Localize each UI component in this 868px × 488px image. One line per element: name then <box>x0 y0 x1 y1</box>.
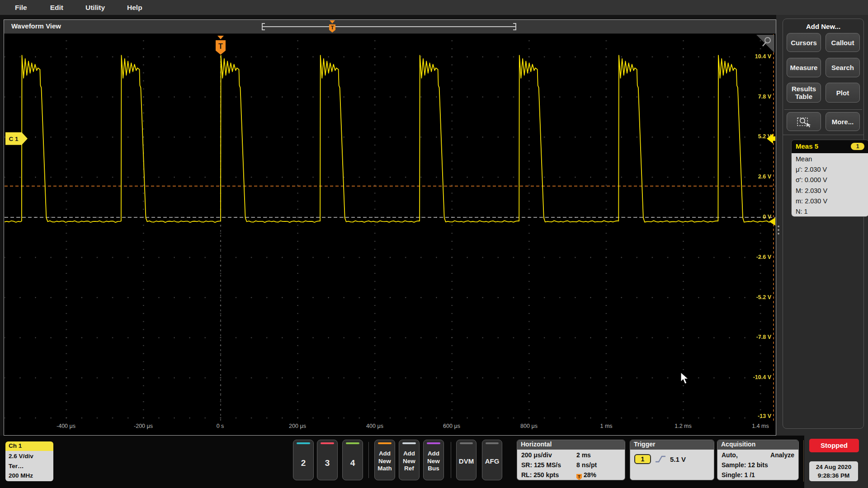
results-sidebar: Add New... Cursors Callout Measure Searc… <box>776 15 868 488</box>
y-tick-label: 0 V <box>763 214 771 220</box>
channel-1-badge[interactable]: Ch 1 2.6 V/div Ter… 200 MHz <box>5 441 53 481</box>
horizontal-window: 2 ms <box>576 450 621 460</box>
channel-3-button[interactable]: 3 <box>317 440 338 480</box>
measurement-title: Meas 5 <box>796 142 818 150</box>
channel-bandwidth: 200 MHz <box>9 471 50 481</box>
measurement-mean: μ': 2.030 V <box>796 164 864 175</box>
results-table-button[interactable]: Results Table <box>787 83 821 103</box>
x-tick-label: 1.4 ms <box>752 423 769 429</box>
record-trigger-position-marker[interactable]: T <box>329 20 336 34</box>
acquisition-mode: Auto, <box>722 450 738 460</box>
acquisition-panel-title: Acquisition <box>717 440 798 450</box>
graticule[interactable]: TC 1 <box>5 34 775 422</box>
date-label: 24 Aug 2020 <box>809 463 858 471</box>
more-button[interactable]: More... <box>826 112 860 131</box>
channel-1-badge-header[interactable]: Ch 1 <box>5 441 53 451</box>
record-view-left-bracket[interactable] <box>262 23 265 30</box>
record-view-bar[interactable]: T <box>262 20 516 34</box>
add-new-math-label: Add New Math <box>375 450 395 473</box>
dvm-color-stripe <box>460 442 473 444</box>
y-tick-label: 2.6 V <box>758 174 771 180</box>
callout-button[interactable]: Callout <box>826 33 860 52</box>
acquisition-sample: Sample: 12 bits <box>722 460 768 470</box>
measurement-badge-meas5[interactable]: Meas 5 1 Mean μ': 2.030 V σ': 0.000 V M:… <box>791 140 868 217</box>
divider <box>783 135 863 135</box>
measurement-badge-header[interactable]: Meas 5 1 <box>792 140 868 153</box>
zoom-select-button[interactable] <box>787 112 821 131</box>
waveform-view-title: Waveform View <box>11 22 61 30</box>
divider <box>451 442 451 478</box>
x-tick-label: 0 s <box>217 423 224 429</box>
add-new-bus-button[interactable]: Add New Bus <box>423 440 444 480</box>
y-tick-label: 7.8 V <box>758 94 771 100</box>
acquisition-panel[interactable]: Acquisition Auto,Analyze Sample: 12 bits… <box>717 440 799 480</box>
waveform-canvas[interactable]: TC 1 <box>5 34 775 422</box>
y-tick-label: -5.2 V <box>756 294 771 300</box>
x-tick-label: 1.2 ms <box>675 423 692 429</box>
horizontal-scale: 200 μs/div <box>521 450 576 460</box>
sample-resolution: 8 ns/pt <box>576 460 621 470</box>
x-tick-label: -200 μs <box>134 423 153 429</box>
results-bar-container: Add New... Cursors Callout Measure Searc… <box>783 19 864 429</box>
menu-utility[interactable]: Utility <box>85 4 105 12</box>
trigger-panel-title: Trigger <box>630 440 714 450</box>
datetime-badge: 24 Aug 2020 9:28:36 PM <box>809 461 858 481</box>
channel-2-button[interactable]: 2 <box>293 440 314 480</box>
math-color-stripe <box>378 442 392 444</box>
sample-rate: SR: 125 MS/s <box>521 460 576 470</box>
ref-color-stripe <box>402 442 416 444</box>
zoom-select-icon <box>796 115 811 128</box>
horizontal-panel[interactable]: Horizontal 200 μs/div2 ms SR: 125 MS/s8 … <box>517 440 625 480</box>
horizontal-panel-body: 200 μs/div2 ms SR: 125 MS/s8 ns/pt RL: 2… <box>517 450 625 480</box>
cursors-button[interactable]: Cursors <box>787 33 821 52</box>
measurement-badge-body: Mean μ': 2.030 V σ': 0.000 V M: 2.030 V … <box>792 153 868 217</box>
channel-2-color-stripe <box>297 442 310 444</box>
dvm-button[interactable]: DVM <box>456 440 476 480</box>
trigger-source-badge: 1 <box>634 454 651 464</box>
channel-1-badge-body[interactable]: 2.6 V/div Ter… 200 MHz <box>5 451 53 481</box>
afg-button[interactable]: AFG <box>482 440 502 480</box>
channel-termination: Ter… <box>9 461 50 471</box>
measurement-min: m: 2.030 V <box>796 196 864 206</box>
search-button[interactable]: Search <box>826 58 860 77</box>
trigger-position-pct: 28% <box>584 471 596 479</box>
trigger-panel[interactable]: Trigger 1 5.1 V <box>630 440 714 480</box>
x-tick-label: 400 μs <box>366 423 383 429</box>
add-new-ref-button[interactable]: Add New Ref <box>399 440 420 480</box>
measurement-count: N: 1 <box>796 206 864 217</box>
channel-3-color-stripe <box>321 442 334 444</box>
y-tick-label: -2.6 V <box>756 254 771 260</box>
dvm-label: DVM <box>459 457 474 465</box>
trigger-caret-icon <box>330 20 335 23</box>
add-new-math-button[interactable]: Add New Math <box>374 440 395 480</box>
trigger-flag-icon: T <box>576 474 582 480</box>
rising-edge-icon <box>655 455 666 463</box>
oscilloscope-screen: File Edit Utility Help Waveform View T T… <box>0 0 868 488</box>
record-view-right-bracket[interactable] <box>513 23 516 30</box>
afg-label: AFG <box>485 457 500 465</box>
plot-button[interactable]: Plot <box>826 83 860 103</box>
divider <box>368 442 369 478</box>
panel-resize-handle[interactable] <box>778 224 780 235</box>
magnifier-handle <box>763 42 766 46</box>
run-stop-status-button[interactable]: Stopped <box>809 439 859 452</box>
waveform-view-panel: Waveform View T TC 1 <box>4 19 776 436</box>
y-tick-label: 10.4 V <box>755 53 771 60</box>
record-length: RL: 250 kpts <box>521 470 576 480</box>
x-tick-label: 1 ms <box>600 423 612 429</box>
menu-help[interactable]: Help <box>127 4 142 12</box>
ch1-waveform-trace <box>5 55 774 222</box>
channel-1-flag-label: C 1 <box>9 136 19 142</box>
trigger-flag-label: T <box>218 42 223 50</box>
time-label: 9:28:36 PM <box>809 471 858 480</box>
waveform-view-header: Waveform View T <box>4 20 776 34</box>
measure-button[interactable]: Measure <box>787 58 821 77</box>
divider <box>784 109 862 110</box>
trigger-level-value: 5.1 V <box>670 455 686 463</box>
channel-4-button[interactable]: 4 <box>342 440 363 480</box>
bus-color-stripe <box>427 442 440 444</box>
add-new-ref-label: Add New Ref <box>399 450 419 473</box>
y-tick-label: -13 V <box>758 413 771 419</box>
menu-edit[interactable]: Edit <box>50 4 63 12</box>
menu-file[interactable]: File <box>15 4 27 12</box>
